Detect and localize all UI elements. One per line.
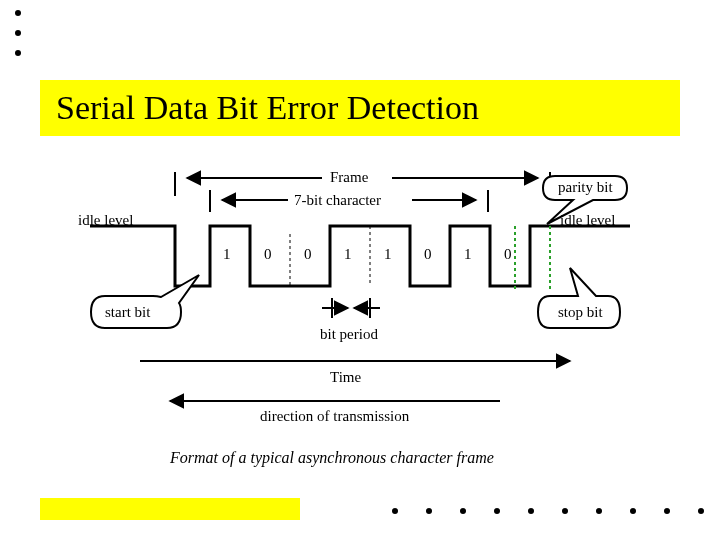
dot-icon [392,508,398,514]
idle-right-label: idle level [560,212,615,229]
dot-icon [494,508,500,514]
bit-value: 1 [384,246,392,263]
start-bit-label: start bit [105,304,150,321]
char-label: 7-bit character [294,192,381,209]
page-title: Serial Data Bit Error Detection [56,89,479,127]
dot-icon [426,508,432,514]
bit-value: 0 [304,246,312,263]
dot-icon [630,508,636,514]
bit-period-label: bit period [320,326,378,343]
dot-icon [15,50,21,56]
figure-caption: Format of a typical asynchronous charact… [170,449,494,467]
bit-value: 0 [424,246,432,263]
parity-bit-label: parity bit [558,179,613,196]
time-label: Time [330,369,361,386]
bit-value: 0 [504,246,512,263]
frame-label: Frame [330,169,368,186]
idle-left-label: idle level [78,212,133,229]
decorative-dots-vertical [15,10,21,56]
title-band: Serial Data Bit Error Detection [40,80,680,136]
decorative-dots-horizontal [392,508,704,514]
bit-value: 1 [464,246,472,263]
dot-icon [528,508,534,514]
dot-icon [562,508,568,514]
async-frame-diagram: Frame 7-bit character parity bit idle le… [70,156,650,476]
bit-value: 0 [264,246,272,263]
footer-band [40,498,300,520]
dot-icon [15,30,21,36]
dot-icon [664,508,670,514]
bit-value: 1 [223,246,231,263]
dot-icon [460,508,466,514]
dot-icon [698,508,704,514]
direction-label: direction of transmission [260,408,409,425]
dot-icon [15,10,21,16]
stop-bit-label: stop bit [558,304,603,321]
dot-icon [596,508,602,514]
bit-value: 1 [344,246,352,263]
